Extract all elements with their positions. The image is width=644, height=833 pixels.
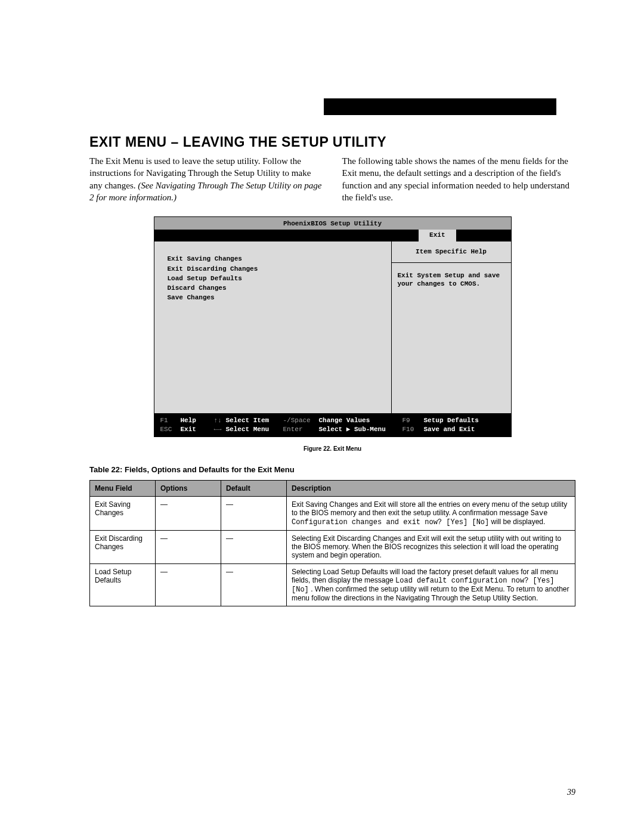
- bios-tab-bar: Exit: [154, 230, 512, 241]
- th-menu-field: Menu Field: [90, 480, 156, 496]
- footer-label-select-item: Select Item: [226, 416, 283, 425]
- desc-text-b: will be displayed.: [491, 518, 546, 526]
- cell-description: Exit Saving Changes and Exit will store …: [287, 496, 575, 530]
- footer-label-setup-defaults: Setup Defaults: [424, 416, 505, 425]
- intro-columns: The Exit Menu is used to leave the setup…: [89, 155, 575, 203]
- footer-label-select-submenu: Select ▶ Sub-Menu: [319, 425, 402, 433]
- footer-key-space: -/Space: [283, 416, 319, 425]
- footer-label-select-menu: Select Menu: [226, 425, 283, 433]
- bios-help-title: Item Specific Help: [392, 241, 511, 262]
- footer-arrows-updown-icon: ↑↓: [214, 416, 226, 425]
- footer-key-esc: ESC: [160, 425, 181, 433]
- bios-help-panel: Item Specific Help Exit System Setup and…: [392, 241, 511, 413]
- desc-text-a: Exit Saving Changes and Exit will store …: [292, 500, 567, 517]
- footer-label-help: Help: [181, 416, 214, 425]
- cell-field: Load Setup Defaults: [90, 563, 156, 606]
- bios-item-save-changes: Save Changes: [168, 293, 383, 302]
- intro-right: The following table shows the names of t…: [342, 155, 576, 203]
- bios-item-exit-discarding: Exit Discarding Changes: [168, 265, 383, 273]
- footer-key-enter: Enter: [283, 425, 319, 433]
- bios-body: Exit Saving Changes Exit Discarding Chan…: [154, 241, 512, 414]
- cell-field: Exit Discarding Changes: [90, 530, 156, 563]
- cell-default: —: [221, 530, 287, 563]
- bios-tab-exit: Exit: [419, 230, 456, 241]
- cell-default: —: [221, 496, 287, 530]
- cell-options: —: [156, 530, 221, 563]
- table-caption: Table 22: Fields, Options and Defaults f…: [89, 465, 575, 474]
- bios-screen: PhoenixBIOS Setup Utility Exit Exit Savi…: [154, 216, 512, 437]
- desc-text-b: . When confirmed the setup utility will …: [292, 585, 569, 602]
- footer-key-f1: F1: [160, 416, 181, 425]
- bios-menu-list: Exit Saving Changes Exit Discarding Chan…: [154, 241, 392, 413]
- footer-label-exit: Exit: [181, 425, 214, 433]
- footer-arrows-leftright-icon: ←→: [214, 425, 226, 433]
- fields-table: Menu Field Options Default Description E…: [89, 480, 575, 606]
- bios-title: PhoenixBIOS Setup Utility: [154, 216, 512, 230]
- page: EXIT MENU – LEAVING THE SETUP UTILITY Th…: [0, 0, 644, 833]
- footer-label-save-exit: Save and Exit: [424, 425, 505, 433]
- th-description: Description: [287, 480, 575, 496]
- intro-left: The Exit Menu is used to leave the setup…: [89, 155, 323, 203]
- cell-description: Selecting Exit Discarding Changes and Ex…: [287, 530, 575, 563]
- th-default: Default: [221, 480, 287, 496]
- section-title: EXIT MENU – LEAVING THE SETUP UTILITY: [89, 134, 575, 150]
- bios-item-load-defaults: Load Setup Defaults: [168, 274, 383, 283]
- figure-caption: Figure 22. Exit Menu: [89, 445, 575, 452]
- bios-footer: F1 Help ↑↓ Select Item -/Space Change Va…: [154, 414, 512, 437]
- table-row: Load Setup Defaults — — Selecting Load S…: [90, 563, 575, 606]
- cell-description: Selecting Load Setup Defaults will load …: [287, 563, 575, 606]
- bios-item-discard-changes: Discard Changes: [168, 284, 383, 292]
- table-row: Exit Discarding Changes — — Selecting Ex…: [90, 530, 575, 563]
- footer-key-f10: F10: [402, 425, 424, 433]
- cell-options: —: [156, 496, 221, 530]
- footer-key-f9: F9: [402, 416, 424, 425]
- bios-item-exit-saving: Exit Saving Changes: [168, 255, 383, 263]
- page-number: 39: [567, 788, 575, 797]
- cell-options: —: [156, 563, 221, 606]
- cell-default: —: [221, 563, 287, 606]
- desc-text-a: Selecting Exit Discarding Changes and Ex…: [292, 534, 561, 559]
- header-black-block: [324, 98, 556, 115]
- cell-field: Exit Saving Changes: [90, 496, 156, 530]
- table-row: Exit Saving Changes — — Exit Saving Chan…: [90, 496, 575, 530]
- bios-help-body: Exit System Setup and save your changes …: [392, 263, 511, 297]
- footer-label-change-values: Change Values: [319, 416, 402, 425]
- th-options: Options: [156, 480, 221, 496]
